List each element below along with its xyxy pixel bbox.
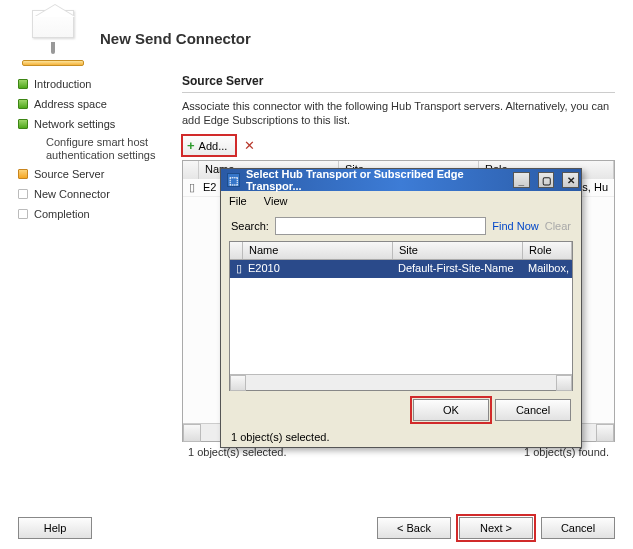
server-icon: ▯: [189, 181, 203, 194]
maximize-button[interactable]: ▢: [538, 172, 555, 188]
row-role: Mailbox, Clie: [522, 260, 572, 278]
close-button[interactable]: ✕: [562, 172, 579, 188]
pending-step-icon: [18, 209, 28, 219]
add-button[interactable]: + Add...: [182, 135, 236, 156]
help-button[interactable]: Help: [18, 517, 92, 539]
find-now-link[interactable]: Find Now: [492, 220, 538, 232]
grid-col-name[interactable]: Name: [243, 242, 393, 259]
menu-file[interactable]: File: [229, 195, 247, 207]
result-grid: Name Site Role ▯ E2010 Default-First-Sit…: [229, 241, 573, 391]
grid-col-site[interactable]: Site: [393, 242, 523, 259]
menu-view[interactable]: View: [264, 195, 288, 207]
dialog-titlebar[interactable]: ⬚ Select Hub Transport or Subscribed Edg…: [221, 169, 581, 191]
wizard-logo: [18, 10, 88, 66]
back-button[interactable]: < Back: [377, 517, 451, 539]
step-label: Completion: [34, 208, 90, 220]
step-label: Network settings: [34, 118, 115, 130]
search-label: Search:: [231, 220, 269, 232]
step-source-server: Source Server: [18, 164, 168, 184]
grid-col-role[interactable]: Role: [523, 242, 572, 259]
pending-step-icon: [18, 189, 28, 199]
select-server-dialog: ⬚ Select Hub Transport or Subscribed Edg…: [220, 168, 582, 448]
row-name: E2: [203, 181, 216, 194]
ok-button[interactable]: OK: [413, 399, 489, 421]
dialog-menubar: File View: [221, 191, 581, 211]
next-button[interactable]: Next >: [459, 517, 533, 539]
current-step-icon: [18, 169, 28, 179]
dialog-title: Select Hub Transport or Subscribed Edge …: [246, 168, 499, 192]
plus-icon: +: [187, 138, 195, 153]
step-completion: Completion: [18, 204, 168, 224]
horizontal-scrollbar[interactable]: [230, 374, 572, 390]
step-label: New Connector: [34, 188, 110, 200]
step-new-connector: New Connector: [18, 184, 168, 204]
step-label: Address space: [34, 98, 107, 110]
minimize-button[interactable]: _: [513, 172, 530, 188]
row-site: Default-First-Site-Name: [392, 260, 522, 278]
wizard-steps: Introduction Address space Network setti…: [18, 74, 168, 458]
search-input[interactable]: [275, 217, 486, 235]
wizard-title: New Send Connector: [100, 30, 251, 47]
section-instruction: Associate this connector with the follow…: [182, 99, 615, 127]
check-icon: [18, 99, 28, 109]
add-button-label: Add...: [199, 140, 228, 152]
check-icon: [18, 119, 28, 129]
wizard-cancel-button[interactable]: Cancel: [541, 517, 615, 539]
step-label: Source Server: [34, 168, 104, 180]
step-introduction: Introduction: [18, 74, 168, 94]
remove-icon[interactable]: ✕: [244, 138, 255, 153]
step-label: Introduction: [34, 78, 91, 90]
step-smart-host-auth: Configure smart host authentication sett…: [46, 134, 168, 164]
server-icon: ▯: [230, 260, 242, 278]
dialog-status: 1 object(s) selected.: [221, 429, 581, 447]
cancel-button[interactable]: Cancel: [495, 399, 571, 421]
section-title: Source Server: [182, 74, 615, 93]
grid-row-selected[interactable]: ▯ E2010 Default-First-Site-Name Mailbox,…: [230, 260, 572, 278]
app-icon: ⬚: [227, 173, 240, 187]
check-icon: [18, 79, 28, 89]
step-address-space: Address space: [18, 94, 168, 114]
row-name: E2010: [242, 260, 392, 278]
clear-link: Clear: [545, 220, 571, 232]
step-network-settings: Network settings: [18, 114, 168, 134]
